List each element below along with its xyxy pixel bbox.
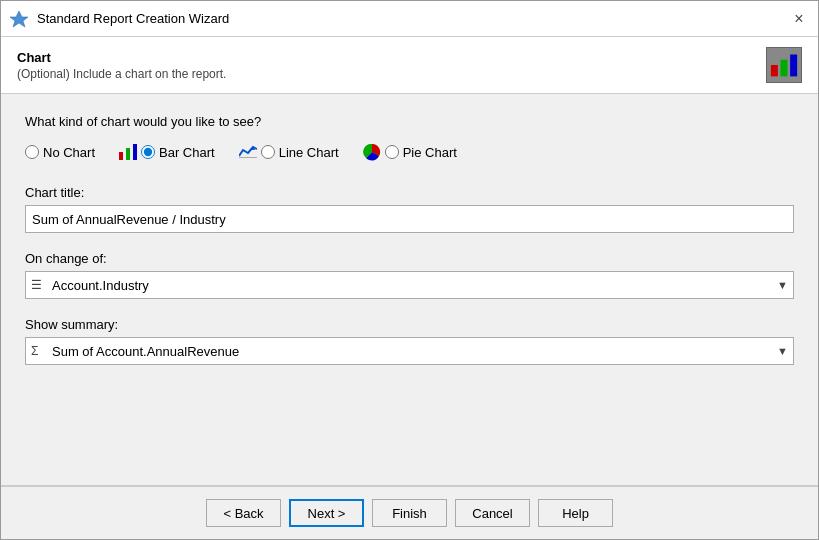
chart-option-no-chart[interactable]: No Chart	[25, 145, 95, 160]
line-chart-label: Line Chart	[279, 145, 339, 160]
svg-rect-5	[126, 148, 130, 160]
chart-option-bar-chart[interactable]: Bar Chart	[119, 144, 215, 160]
close-button[interactable]: ×	[788, 8, 810, 30]
finish-button[interactable]: Finish	[372, 499, 447, 527]
show-summary-select[interactable]: Sum of Account.AnnualRevenue	[25, 337, 794, 365]
header-subtitle: (Optional) Include a chart on the report…	[17, 67, 226, 81]
on-change-select-wrapper: ☰ Account.Industry ▼	[25, 271, 794, 299]
question-label: What kind of chart would you like to see…	[25, 114, 794, 129]
title-bar-left: Standard Report Creation Wizard	[9, 9, 229, 29]
show-summary-group: Show summary: Σ Sum of Account.AnnualRev…	[25, 317, 794, 365]
back-button[interactable]: < Back	[206, 499, 281, 527]
chart-icon-svg	[770, 51, 798, 79]
line-chart-icon	[239, 144, 257, 160]
help-button[interactable]: Help	[538, 499, 613, 527]
on-change-group: On change of: ☰ Account.Industry ▼	[25, 251, 794, 299]
header-text: Chart (Optional) Include a chart on the …	[17, 50, 226, 81]
cancel-button[interactable]: Cancel	[455, 499, 530, 527]
svg-rect-7	[239, 157, 257, 158]
show-summary-select-wrapper: Σ Sum of Account.AnnualRevenue ▼	[25, 337, 794, 365]
svg-rect-1	[771, 65, 778, 76]
chart-option-line-chart[interactable]: Line Chart	[239, 144, 339, 160]
bar-chart-label: Bar Chart	[159, 145, 215, 160]
chart-title-group: Chart title:	[25, 185, 794, 233]
chart-title-label: Chart title:	[25, 185, 794, 200]
on-change-select[interactable]: Account.Industry	[25, 271, 794, 299]
wizard-icon	[9, 9, 29, 29]
radio-pie-chart[interactable]	[385, 145, 399, 159]
header-section: Chart (Optional) Include a chart on the …	[1, 37, 818, 94]
window-title: Standard Report Creation Wizard	[37, 11, 229, 26]
title-bar: Standard Report Creation Wizard ×	[1, 1, 818, 37]
svg-rect-4	[119, 152, 123, 160]
header-title: Chart	[17, 50, 226, 65]
bar-chart-icon	[119, 144, 137, 160]
on-change-label: On change of:	[25, 251, 794, 266]
header-chart-icon	[766, 47, 802, 83]
chart-title-input[interactable]	[25, 205, 794, 233]
radio-line-chart[interactable]	[261, 145, 275, 159]
next-button[interactable]: Next >	[289, 499, 364, 527]
svg-rect-6	[133, 144, 137, 160]
wizard-window: Standard Report Creation Wizard × Chart …	[0, 0, 819, 540]
radio-no-chart[interactable]	[25, 145, 39, 159]
chart-options-group: No Chart Bar Chart	[25, 143, 794, 161]
footer: < Back Next > Finish Cancel Help	[1, 486, 818, 539]
radio-bar-chart[interactable]	[141, 145, 155, 159]
svg-rect-2	[781, 60, 788, 77]
pie-chart-icon	[363, 143, 381, 161]
svg-marker-0	[10, 11, 28, 27]
no-chart-label: No Chart	[43, 145, 95, 160]
show-summary-label: Show summary:	[25, 317, 794, 332]
content-area: What kind of chart would you like to see…	[1, 94, 818, 485]
svg-rect-3	[790, 55, 797, 77]
chart-option-pie-chart[interactable]: Pie Chart	[363, 143, 457, 161]
pie-chart-label: Pie Chart	[403, 145, 457, 160]
